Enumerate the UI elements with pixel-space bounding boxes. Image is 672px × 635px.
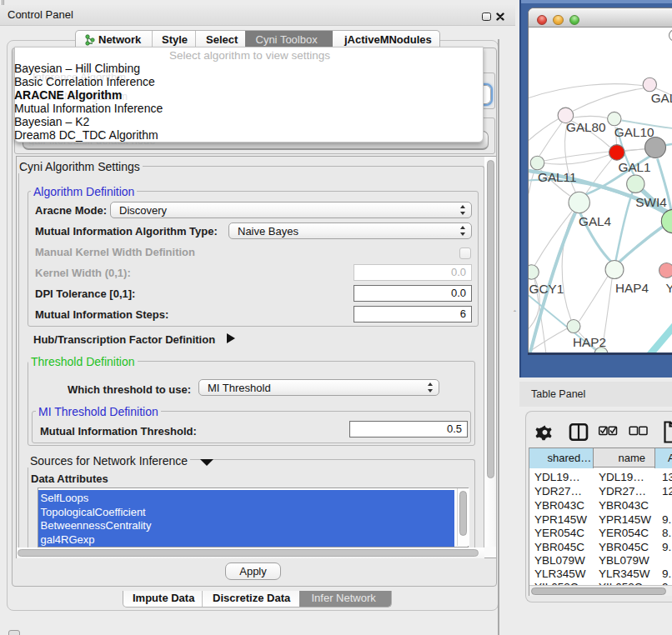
svg-text:HAP4: HAP4 xyxy=(615,280,649,294)
svg-text:GAL4: GAL4 xyxy=(579,213,612,228)
svg-text:GAL10: GAL10 xyxy=(614,125,654,139)
svg-text:SWI4: SWI4 xyxy=(635,194,667,208)
svg-text:GAL80: GAL80 xyxy=(566,120,606,134)
svg-text:HAP2: HAP2 xyxy=(573,335,606,349)
svg-text:GAL2: GAL2 xyxy=(651,91,672,105)
svg-text:GCY1: GCY1 xyxy=(529,281,564,295)
svg-text:Y: Y xyxy=(666,280,672,294)
svg-text:GAL1: GAL1 xyxy=(619,159,651,173)
svg-text:GAL11: GAL11 xyxy=(538,170,577,184)
